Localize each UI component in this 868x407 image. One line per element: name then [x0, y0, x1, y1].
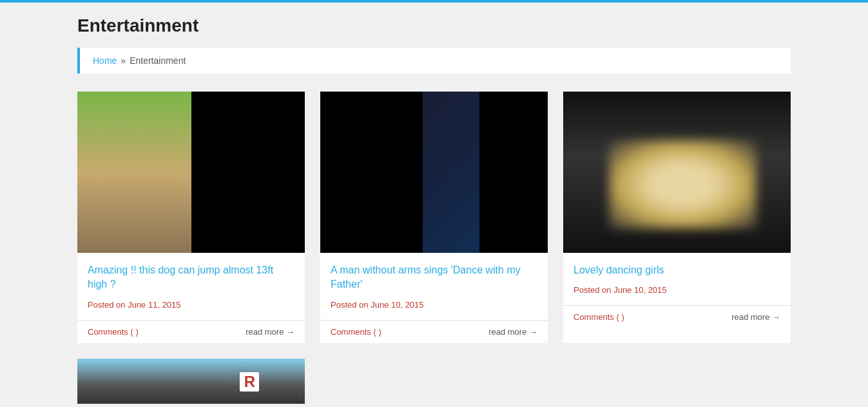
card-3-read-more-link[interactable]: read more → [731, 312, 780, 322]
card-3-body: Lovely dancing girls Posted on June 10, … [563, 253, 791, 295]
card-1-posted: Posted on June 11, 2015 [88, 300, 294, 310]
breadcrumb-separator: » [121, 55, 126, 66]
card-3-title[interactable]: Lovely dancing girls [574, 263, 780, 277]
card-1-footer: Comments ( ) read more → [77, 320, 305, 343]
breadcrumb-home-link[interactable]: Home [93, 55, 117, 66]
card-1-read-more-link[interactable]: read more → [246, 327, 294, 337]
card-1: Amazing !! this dog can jump almost 13ft… [77, 92, 305, 343]
card-3: Lovely dancing girls Posted on June 10, … [563, 92, 791, 343]
cards-grid: Amazing !! this dog can jump almost 13ft… [77, 92, 791, 343]
card-2-body: A man without arms sings 'Dance with my … [320, 253, 548, 310]
page-title: Entertainment [77, 15, 791, 36]
card-4-image [77, 359, 305, 404]
card-3-posted: Posted on June 10, 2015 [574, 285, 780, 295]
card-1-body: Amazing !! this dog can jump almost 13ft… [77, 253, 305, 310]
card-1-title[interactable]: Amazing !! this dog can jump almost 13ft… [88, 263, 294, 292]
card-2-comments-link[interactable]: Comments ( ) [331, 327, 381, 337]
card-2: A man without arms sings 'Dance with my … [320, 92, 548, 343]
breadcrumb-current: Entertainment [130, 55, 186, 66]
page-container: Entertainment Home » Entertainment Amazi… [0, 3, 868, 407]
card-2-read-more-link[interactable]: read more → [488, 327, 537, 337]
card-3-image [563, 92, 791, 253]
card-4 [77, 359, 305, 404]
card-2-title[interactable]: A man without arms sings 'Dance with my … [331, 263, 537, 292]
card-1-comments-link[interactable]: Comments ( ) [88, 327, 139, 337]
bottom-row [77, 359, 791, 404]
card-2-image [320, 92, 548, 253]
card-2-footer: Comments ( ) read more → [320, 320, 548, 343]
card-3-comments-link[interactable]: Comments ( ) [574, 312, 624, 322]
breadcrumb: Home » Entertainment [77, 48, 791, 74]
card-3-footer: Comments ( ) read more → [563, 305, 791, 328]
card-2-posted: Posted on June 10, 2015 [331, 300, 537, 310]
card-1-image [77, 92, 305, 253]
